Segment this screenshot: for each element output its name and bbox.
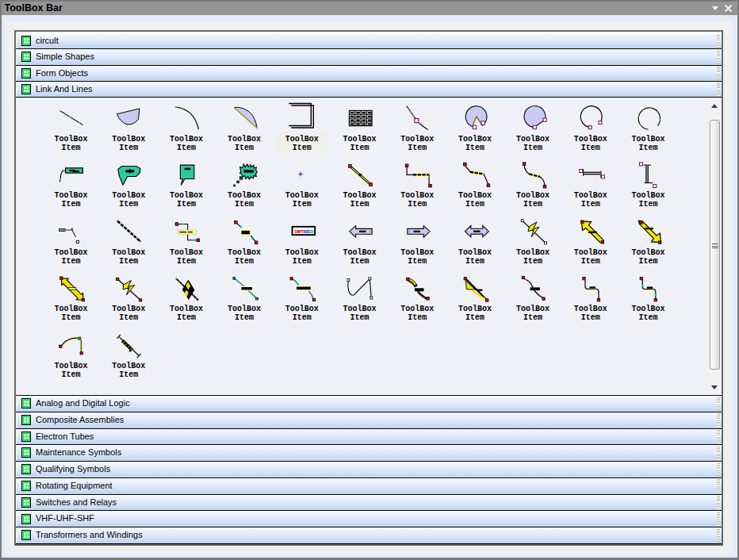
svg-text:INPTRICH: INPTRICH xyxy=(294,230,314,236)
